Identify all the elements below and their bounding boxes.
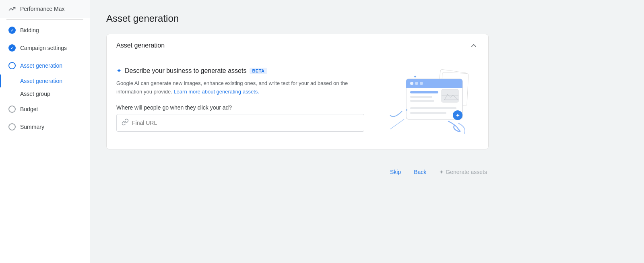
sidebar-item-label: Summary <box>20 124 44 130</box>
circle-active-icon <box>8 62 16 70</box>
sidebar-item-budget[interactable]: Budget <box>0 100 90 118</box>
svg-point-5 <box>410 82 413 85</box>
card-body: ✦ Describe your business to generate ass… <box>107 57 488 149</box>
main-content: Asset generation Asset generation ✦ Desc… <box>90 0 644 263</box>
skip-button[interactable]: Skip <box>388 166 402 178</box>
svg-rect-15 <box>410 112 446 114</box>
sidebar-item-label: Bidding <box>20 27 39 33</box>
sidebar-subitem-asset-generation[interactable]: Asset generation <box>0 75 90 87</box>
svg-point-7 <box>420 82 423 85</box>
svg-text:✦: ✦ <box>405 108 408 112</box>
circle-empty-icon-summary <box>8 123 16 131</box>
check-icon-campaign: ✓ <box>8 44 16 52</box>
sidebar-divider-1 <box>6 19 83 20</box>
trending-icon <box>8 5 16 13</box>
back-button[interactable]: Back <box>412 166 428 178</box>
svg-rect-12 <box>410 96 432 98</box>
generate-assets-button[interactable]: ✦ Generate assets <box>438 166 489 178</box>
action-bar: Skip Back ✦ Generate assets <box>106 159 489 185</box>
svg-text:✦: ✦ <box>413 75 417 79</box>
link-icon <box>122 118 129 127</box>
sidebar-item-summary[interactable]: Summary <box>0 118 90 136</box>
svg-point-6 <box>415 82 418 85</box>
asset-generation-card: Asset generation ✦ Describe your busines… <box>106 34 489 149</box>
sidebar-item-bidding[interactable]: ✓ Bidding <box>0 21 90 39</box>
sidebar-item-label: Performance Max <box>20 6 64 12</box>
sparkle-prefix-icon: ✦ <box>116 67 122 75</box>
sidebar-item-label: Campaign settings <box>20 45 67 51</box>
url-input-wrapper <box>116 114 364 132</box>
sidebar-item-asset-generation[interactable]: Asset generation <box>0 57 90 75</box>
check-icon-bidding: ✓ <box>8 26 16 34</box>
sidebar-item-label: Asset generation <box>20 62 62 69</box>
svg-rect-4 <box>406 84 462 88</box>
sidebar-item-label: Budget <box>20 106 38 112</box>
sidebar-subitem-asset-group[interactable]: Asset group <box>0 87 90 100</box>
collapse-button[interactable] <box>469 41 479 50</box>
learn-more-link[interactable]: Learn more about generating assets. <box>173 89 259 95</box>
sidebar-subitem-label: Asset generation <box>20 78 62 84</box>
url-label: Where will people go when they click you… <box>116 104 364 111</box>
asset-generation-illustration: ✦ ✦ ✦ <box>382 67 471 139</box>
beta-badge: BETA <box>250 68 267 74</box>
card-header-title: Asset generation <box>116 42 165 49</box>
card-left-content: ✦ Describe your business to generate ass… <box>116 67 364 139</box>
sidebar-subitem-label: Asset group <box>20 91 50 97</box>
illustration-area: ✦ ✦ ✦ <box>374 67 479 139</box>
sidebar-item-campaign-settings[interactable]: ✓ Campaign settings <box>0 39 90 57</box>
describe-header: ✦ Describe your business to generate ass… <box>116 67 364 75</box>
final-url-input[interactable] <box>132 120 359 126</box>
generate-sparkle-icon: ✦ <box>439 169 444 175</box>
svg-line-16 <box>390 119 404 129</box>
svg-rect-14 <box>410 107 456 109</box>
card-header: Asset generation <box>107 34 488 57</box>
svg-text:✦: ✦ <box>456 113 460 118</box>
describe-title: Describe your business to generate asset… <box>125 67 246 75</box>
sidebar: Performance Max ✓ Bidding ✓ Campaign set… <box>0 0 90 263</box>
description-text: Google AI can generate new images, enhan… <box>116 79 364 96</box>
sidebar-item-performance-max[interactable]: Performance Max <box>0 0 90 18</box>
circle-empty-icon-budget <box>8 105 16 113</box>
svg-rect-13 <box>410 100 434 102</box>
page-title: Asset generation <box>106 13 628 24</box>
svg-rect-11 <box>410 91 438 93</box>
